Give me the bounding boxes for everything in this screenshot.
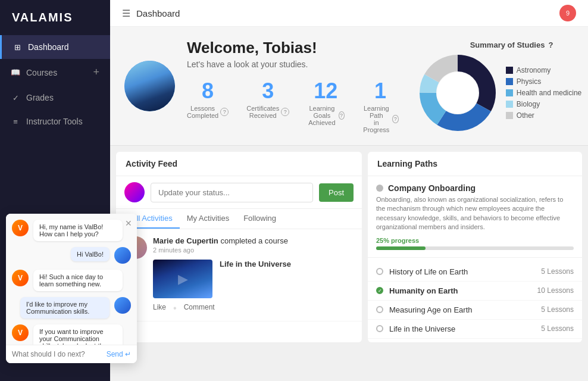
post-button[interactable]: Post [319,183,354,202]
stat-lessons: 8 Lessons Completed ? [187,79,229,133]
bot-avatar: V [12,270,29,286]
tab-my-activities[interactable]: My Activities [180,209,237,229]
sidebar-item-courses[interactable]: 📖 Courses + [0,59,110,86]
legend-pct: 33% [585,66,588,74]
activity-action: completed a course [220,236,287,245]
status-bar: Post [116,176,362,209]
stat-number: 8 [187,79,229,104]
legend-label: Astronomy [517,66,551,74]
sidebar-item-dashboard[interactable]: ⊞ Dashboard [0,35,110,59]
comment-button[interactable]: Comment [184,303,215,314]
course-item[interactable]: History of Life on Earth 5 Lessons [368,263,582,282]
stat-number: 12 [307,79,344,104]
legend-label: Physics [517,77,541,86]
avatar-image [124,61,175,111]
welcome-greeting: Welcome, Tobias! [187,39,399,57]
activity-tabs: All Activities My Activities Following [116,209,362,229]
course-item[interactable]: ✓ Humanity on Earth 10 Lessons [368,282,582,301]
chat-input[interactable] [12,350,107,358]
help-icon[interactable]: ? [281,108,289,116]
logo: VALAMIS [0,0,110,35]
user-avatar [114,297,131,314]
welcome-text-block: Welcome, Tobias! Let's have a look at yo… [187,39,399,133]
help-icon[interactable]: ? [220,108,229,116]
sidebar-item-grades[interactable]: ✓ Grades [0,86,110,110]
tools-icon: ≡ [11,117,20,126]
activity-text: Marie de Cupertin completed a course [153,236,354,245]
stat-label: Learning GoalsAchieved ? [307,105,344,126]
chat-bubble: Hi, my name is ValBo! How can I help you… [33,220,123,241]
onboarding-progress: 25% progress [376,237,574,250]
learning-paths-header: Learning Paths [368,152,582,176]
chat-bubble: If you want to improve your Communicatio… [33,324,123,345]
media-thumb-image: ▶ [153,260,212,298]
summary-content: Astronomy 33% Physics 26% Health and med… [419,54,588,132]
avatar [124,61,175,111]
activity-body: Marie de Cupertin completed a course 2 m… [153,236,354,314]
sidebar-item-label: Courses [26,68,57,77]
course-lessons: 5 Lessons [541,324,574,333]
bot-avatar: V [12,324,29,341]
chat-message-user: Hi ValBo! [12,247,131,264]
help-icon[interactable]: ? [339,111,345,120]
legend-item: Astronomy 33% [506,66,588,74]
activity-time: 2 minutes ago [153,246,354,254]
chat-widget: ✕ V Hi, my name is ValBo! How can I help… [6,214,137,363]
check-icon: ✓ [378,288,382,293]
chat-bubble: Hi ValBo! [71,247,110,261]
legend-dot-biology [506,101,513,108]
chat-messages: V Hi, my name is ValBo! How can I help y… [6,214,137,345]
chart-legend: Astronomy 33% Physics 26% Health and med… [506,66,588,120]
chat-message-user: I'd like to improve my Communication ski… [12,297,131,318]
status-avatar [124,182,145,202]
activity-media: ▶ Life in the Universe [153,260,354,298]
help-icon[interactable]: ? [392,115,398,123]
topbar-left: ☰ Dashboard [122,8,180,19]
legend-pct: 16% [585,89,588,97]
play-icon: ▶ [178,271,188,287]
chat-message-bot: V Hi! Such a nice day to learn something… [12,270,131,291]
onboarding-status-dot [376,185,383,192]
legend-pct: 17% [585,111,588,120]
stat-label: CertificatesReceived ? [246,105,289,119]
help-icon[interactable]: ? [548,40,553,49]
chat-send-button[interactable]: Send ↵ [107,350,131,358]
like-button[interactable]: Like [153,303,166,314]
stat-number: 1 [362,79,399,104]
course-status-dot [376,268,383,275]
chat-bubble: I'd like to improve my Communication ski… [20,297,110,318]
tab-following[interactable]: Following [236,209,283,229]
course-title: Measuring Age on Earth [389,305,472,314]
onboarding-description: Onboarding, also known as organizational… [376,195,574,232]
media-thumbnail: ▶ [153,260,212,298]
course-title: Life in the Universe [389,324,455,333]
menu-icon[interactable]: ☰ [122,8,130,19]
course-title: Humanity on Earth [389,286,458,295]
donut-svg [419,54,496,132]
stat-certificates: 3 CertificatesReceived ? [246,79,289,133]
svg-point-5 [437,72,478,114]
stat-number: 3 [246,79,289,104]
add-course-icon[interactable]: + [93,66,99,79]
stat-paths: 1 Learning Pathin Progress ? [362,79,399,133]
legend-pct: 8% [585,100,588,108]
sidebar-item-label: Grades [26,93,54,102]
activity-list: Marie de Cupertin completed a course 2 m… [116,229,362,342]
legend-pct: 26% [585,77,588,86]
stat-goals: 12 Learning GoalsAchieved ? [307,79,344,133]
activity-actions: Like • Comment [153,303,354,314]
activity-item: Marie de Cupertin completed a course 2 m… [116,229,362,321]
notification-button[interactable]: 9 [559,5,576,21]
topbar-title: Dashboard [136,8,180,18]
course-status-dot [376,325,383,332]
course-item[interactable]: Measuring Age on Earth 5 Lessons [368,301,582,320]
progress-bar-background [376,246,574,250]
sidebar-nav: ⊞ Dashboard 📖 Courses + ✓ Grades ≡ Instr… [0,35,110,133]
welcome-subtitle: Let's have a look at your studies. [187,60,399,69]
chat-close-button[interactable]: ✕ [125,218,132,228]
legend-dot-astronomy [506,67,513,74]
sidebar-item-instructor-tools[interactable]: ≡ Instructor Tools [0,110,110,133]
course-item[interactable]: Life in the Universe 5 Lessons [368,320,582,339]
status-input[interactable] [151,183,313,202]
legend-dot-health [506,89,513,96]
